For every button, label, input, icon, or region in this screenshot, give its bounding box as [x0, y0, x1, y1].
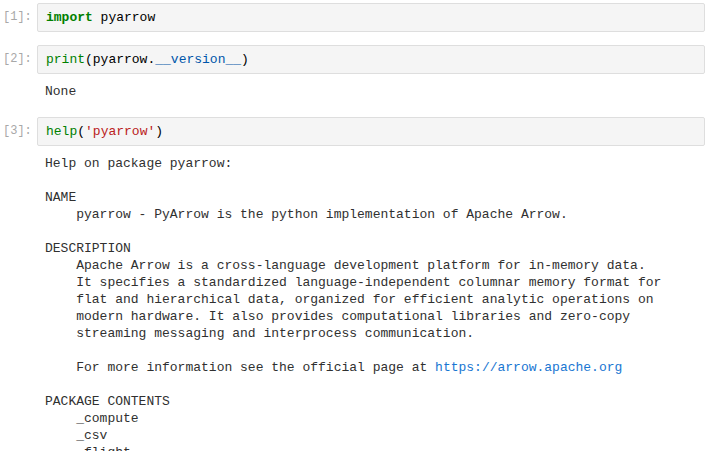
token-plain: _compute	[45, 411, 139, 426]
execution-count-prompt: [2]:	[0, 45, 37, 66]
cell-output-area: None	[37, 74, 705, 104]
token-plain: )	[155, 124, 163, 139]
code-cell-1: [1]:import pyarrow	[0, 3, 705, 32]
token-plain: (pyarrow.	[85, 52, 155, 67]
code-editor-line: import pyarrow	[46, 9, 696, 26]
code-input-area[interactable]: help('pyarrow')	[37, 117, 705, 146]
code-editor-line: print(pyarrow.__version__)	[46, 51, 696, 68]
token-plain: pyarrow - PyArrow is the python implemen…	[45, 207, 568, 222]
token-plain: DESCRIPTION	[45, 241, 131, 256]
token-keyword: import	[46, 10, 93, 25]
cell-main: import pyarrow	[37, 3, 705, 32]
token-plain: It specifies a standardized language-ind…	[45, 275, 661, 290]
token-plain: flat and hierarchical data, organized fo…	[45, 292, 654, 307]
token-plain: )	[241, 52, 249, 67]
execution-count-prompt: [3]:	[0, 117, 37, 138]
cell-list: [1]:import pyarrow[2]:print(pyarrow.__ve…	[0, 3, 705, 451]
cell-main: print(pyarrow.__version__)None	[37, 45, 705, 104]
notebook: [1]:import pyarrow[2]:print(pyarrow.__ve…	[0, 0, 705, 451]
cell-output-area: Help on package pyarrow: NAME pyarrow - …	[37, 146, 705, 451]
token-plain: NAME	[45, 190, 76, 205]
token-plain: pyarrow	[93, 10, 155, 25]
token-plain: Help on package pyarrow:	[45, 156, 232, 171]
cell-main: help('pyarrow')Help on package pyarrow: …	[37, 117, 705, 451]
token-plain: None	[45, 84, 76, 99]
code-editor-line: help('pyarrow')	[46, 123, 696, 140]
token-property: __version__	[155, 52, 241, 67]
output-text: None	[45, 83, 697, 100]
token-string: 'pyarrow'	[85, 124, 155, 139]
token-plain: (	[77, 124, 85, 139]
token-plain: _csv	[45, 428, 107, 443]
output-text: Help on package pyarrow: NAME pyarrow - …	[45, 155, 697, 451]
token-builtin: print	[46, 52, 85, 67]
token-plain: modern hardware. It also provides comput…	[45, 309, 630, 324]
token-plain: For more information see the official pa…	[45, 360, 435, 375]
code-cell-2: [2]:print(pyarrow.__version__)None	[0, 45, 705, 104]
token-plain: _flight	[45, 445, 131, 451]
code-input-area[interactable]: import pyarrow	[37, 3, 705, 32]
token-plain: Apache Arrow is a cross-language develop…	[45, 258, 646, 273]
arrow-apache-link[interactable]: https://arrow.apache.org	[435, 360, 622, 375]
execution-count-prompt: [1]:	[0, 3, 37, 24]
code-cell-3: [3]:help('pyarrow')Help on package pyarr…	[0, 117, 705, 451]
code-input-area[interactable]: print(pyarrow.__version__)	[37, 45, 705, 74]
token-plain: PACKAGE CONTENTS	[45, 394, 170, 409]
token-builtin: help	[46, 124, 77, 139]
token-plain: streaming messaging and interprocess com…	[45, 326, 474, 341]
